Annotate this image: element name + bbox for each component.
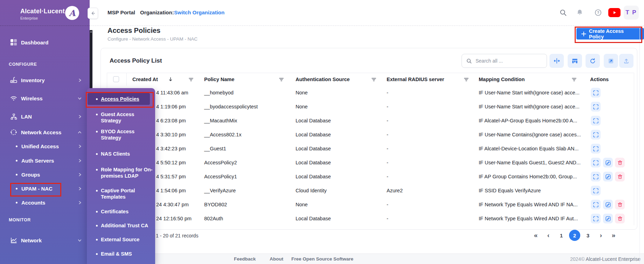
delete-policy-button[interactable] xyxy=(615,200,625,209)
next-page-button[interactable]: › xyxy=(596,230,606,241)
sidebar-subitem-groups[interactable]: Groups xyxy=(0,169,90,180)
select-all-checkbox[interactable] xyxy=(113,76,119,82)
flyout-item-additional-trust-ca[interactable]: Additional Trust CA xyxy=(87,222,155,229)
edit-policy-button[interactable] xyxy=(603,200,613,209)
table-row[interactable]: 4 11:43:06 am__homebyodNone-IF User-Name… xyxy=(107,86,634,100)
table-row[interactable]: 4 1:54:06 pm__VerifyAzureCloud IdentityA… xyxy=(107,184,634,198)
sidebar-item-wireless[interactable]: Wireless xyxy=(0,93,90,104)
refresh-button[interactable] xyxy=(586,54,600,68)
flyout-item-email-sms[interactable]: Email & SMS xyxy=(87,251,155,257)
sidebar-item-network-access[interactable]: Network Access xyxy=(0,127,90,137)
sidebar-item-network[interactable]: Network xyxy=(0,235,90,245)
expand-policy-button[interactable] xyxy=(591,116,601,126)
filter-icon[interactable] xyxy=(572,77,577,82)
resize-columns-button[interactable] xyxy=(549,54,564,68)
cell-policy-name: __MacauthMix xyxy=(204,114,237,128)
flyout-item-byod-access-strategy[interactable]: BYOD Access Strategy xyxy=(87,128,155,141)
last-page-button[interactable]: » xyxy=(608,230,619,241)
sort-descending-icon[interactable] xyxy=(168,77,173,83)
sidebar-subitem-accounts[interactable]: Accounts xyxy=(0,197,90,208)
sidebar-item-inventory[interactable]: Inventory xyxy=(0,75,90,85)
expand-policy-button[interactable] xyxy=(591,200,601,209)
expand-policy-button[interactable] xyxy=(591,130,601,140)
sidebar-subitem-upam-nac[interactable]: UPAM - NAC xyxy=(0,183,90,194)
create-access-policy-button[interactable]: Create Access Policy xyxy=(576,28,644,40)
table-row[interactable]: 24 12:16:50 pm802AuthLocal Database-IF N… xyxy=(107,212,634,226)
table-row[interactable]: 4 1:19:06 pm__byodaccesspolicytestNone-I… xyxy=(107,100,634,114)
table-row[interactable]: 4 5:50:12 pmAccessPolicy2Local Database-… xyxy=(107,156,634,170)
table-row[interactable]: 4 5:31:57 pmAccessPolicy1Local Database-… xyxy=(107,170,634,184)
page-button-3[interactable]: 3 xyxy=(582,230,594,241)
flyout-item-role-mapping-for-on-premises-ldap[interactable]: Role Mapping for On-premises LDAP xyxy=(87,166,155,179)
footer-link-free-open-source-software[interactable]: Free Open Source Software xyxy=(291,256,353,262)
filter-icon[interactable] xyxy=(279,77,284,82)
footer-link-feedback[interactable]: Feedback xyxy=(234,256,256,262)
expand-policy-button[interactable] xyxy=(591,102,601,112)
column-header-policy-name[interactable]: Policy Name xyxy=(204,73,234,86)
table-row[interactable]: 4 3:30:10 pm__Access802.1xLocal Database… xyxy=(107,128,634,142)
delete-policy-button[interactable] xyxy=(615,158,625,167)
first-page-button[interactable]: « xyxy=(531,230,541,241)
expand-policy-button[interactable] xyxy=(591,186,601,195)
breadcrumb-item[interactable]: Configure xyxy=(108,36,128,42)
page-button-1[interactable]: 1 xyxy=(556,230,567,241)
footer: 2024© Alcatel-Lucent Enterprise Feedback… xyxy=(90,254,644,264)
export-button[interactable] xyxy=(619,54,633,68)
filter-icon[interactable] xyxy=(464,77,469,82)
table-row[interactable]: 24 4:30:47 pmBYOD802None-IF Network Type… xyxy=(107,198,634,212)
cell-mapping-condition: IF Alcatel-AP-Group Equals Home2b:00 A..… xyxy=(479,114,577,128)
flyout-item-nas-clients[interactable]: NAS Clients xyxy=(87,151,155,157)
footer-link-about[interactable]: About xyxy=(270,256,283,262)
edit-policy-button[interactable] xyxy=(603,158,613,167)
sidebar-subitem-unified-access[interactable]: Unified Access xyxy=(0,141,90,151)
scrollbar-up-arrow-icon[interactable] xyxy=(90,31,92,33)
sidebar-divider xyxy=(0,26,90,26)
sidebar-subitem-auth-servers[interactable]: Auth Servers xyxy=(0,155,90,166)
expand-policy-button[interactable] xyxy=(591,144,601,154)
columns-button[interactable] xyxy=(568,54,582,68)
filter-icon[interactable] xyxy=(371,77,376,82)
edit-policy-button[interactable] xyxy=(603,172,613,181)
flyout-item-guest-access-strategy[interactable]: Guest Access Strategy xyxy=(87,111,155,124)
search-all-box[interactable] xyxy=(462,54,547,68)
page-scrollbar-track[interactable] xyxy=(639,26,640,264)
column-header-mapping-condition[interactable]: Mapping Condition xyxy=(479,73,525,86)
column-header-actions[interactable]: Actions xyxy=(590,73,609,86)
flyout-item-label: Guest Access Strategy xyxy=(101,111,153,124)
flyout-item-certificates[interactable]: Certificates xyxy=(87,208,155,215)
sidebar-item-lan[interactable]: LAN xyxy=(0,111,90,122)
expand-policy-button[interactable] xyxy=(591,172,601,181)
notifications-bell-icon[interactable] xyxy=(576,8,584,16)
flyout-item-access-policies[interactable]: Access Policies xyxy=(87,96,155,102)
expand-policy-button[interactable] xyxy=(591,158,601,167)
breadcrumb-item[interactable]: Network Access xyxy=(132,36,166,42)
delete-policy-button[interactable] xyxy=(615,172,625,181)
dashboard-icon xyxy=(10,38,18,46)
help-icon[interactable]: ? xyxy=(594,8,602,16)
column-header-created-at[interactable]: Created At xyxy=(132,73,158,86)
search-icon[interactable] xyxy=(559,8,567,16)
sidebar-collapse-button[interactable] xyxy=(88,8,98,19)
column-header-external-radius-server[interactable]: External RADIUS server xyxy=(387,73,444,86)
delete-policy-button[interactable] xyxy=(615,214,625,223)
previous-page-button[interactable]: ‹ xyxy=(543,230,554,241)
search-all-input[interactable] xyxy=(475,58,536,64)
open-new-window-button[interactable] xyxy=(604,54,618,68)
expand-policy-button[interactable] xyxy=(591,214,601,223)
flyout-item-captive-portal-templates[interactable]: Captive Portal Templates xyxy=(87,187,155,200)
table-row[interactable]: 4 6:23:08 pm__MacauthMixLocal Database-I… xyxy=(107,114,634,128)
youtube-icon[interactable] xyxy=(608,8,621,17)
breadcrumb-item[interactable]: UPAM - NAC xyxy=(170,36,198,42)
expand-policy-button[interactable] xyxy=(591,88,601,98)
user-avatar[interactable]: T P xyxy=(624,6,639,20)
table-row[interactable]: 4 3:42:23 pm__Guest1Local Database-IF Al… xyxy=(107,142,634,156)
cell-auth-source: Local Database xyxy=(296,142,331,156)
sidebar-item-dashboard[interactable]: Dashboard xyxy=(0,37,90,48)
page-button-2[interactable]: 2 xyxy=(569,230,580,241)
column-header-authentication-source[interactable]: Authentication Source xyxy=(296,73,350,86)
edit-policy-button[interactable] xyxy=(603,214,613,223)
switch-organization-link[interactable]: Switch Organization xyxy=(174,9,224,15)
cell-mapping-condition: IF User-Name Contains(Ignore case) acces… xyxy=(479,128,581,142)
flyout-item-external-source[interactable]: External Source xyxy=(87,236,155,243)
filter-icon[interactable] xyxy=(188,77,194,82)
